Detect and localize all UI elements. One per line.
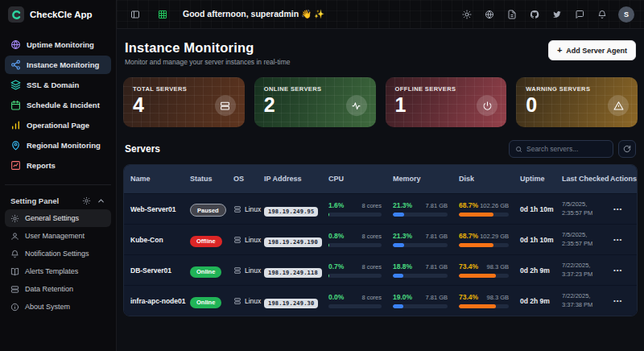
page-subtitle: Monitor and manage your server instances… — [125, 58, 291, 66]
sidebar-item-label: Instance Monitoring — [27, 60, 99, 69]
os-server-icon — [233, 297, 242, 305]
disk-bar — [459, 243, 509, 247]
stat-card-warning-servers: WARNING SERVERS 0 — [516, 77, 638, 127]
os-label: Linux — [245, 236, 261, 244]
refresh-icon — [623, 145, 631, 153]
stat-card-online-servers: ONLINE SERVERS 2 — [254, 77, 376, 127]
search-icon — [515, 146, 522, 153]
chevron-up-icon[interactable] — [97, 196, 105, 205]
sidebar-item-uptime-monitoring[interactable]: Uptime Monitoring — [5, 35, 111, 54]
servers-table: Name Status OS IP Address CPU Memory Dis… — [123, 164, 638, 316]
servers-section-title: Servers — [125, 143, 160, 155]
memory-metric: 21.3%7.81 GB — [393, 201, 459, 217]
user-avatar[interactable]: S — [618, 6, 634, 23]
sidebar-item-label: Schedule & Incident — [27, 101, 100, 109]
sidebar-item-schedule-incident[interactable]: Schedule & Incident — [5, 96, 111, 114]
sidebar-item-reports[interactable]: Reports — [5, 156, 111, 175]
sidebar-item-ssl-domain[interactable]: SSL & Domain — [5, 76, 111, 94]
col-memory: Memory — [393, 175, 459, 184]
theme-toggle-sun-icon[interactable] — [458, 6, 476, 23]
row-actions-menu[interactable]: ••• — [610, 266, 632, 274]
sidebar-item-notification-settings[interactable]: Notification Settings — [5, 245, 111, 262]
cpu-bar — [328, 213, 382, 217]
memory-bar — [393, 213, 448, 217]
info-icon — [10, 303, 19, 312]
server-name: Web-Server01 — [130, 205, 190, 213]
gear-icon — [10, 214, 19, 223]
search-servers-input[interactable] — [526, 145, 607, 153]
memory-metric: 19.0%7.81 GB — [393, 293, 459, 308]
memory-bar — [393, 274, 448, 278]
app-title: CheckCle App — [30, 10, 93, 19]
disk-metric: 73.4%98.3 GB — [459, 293, 520, 308]
sidebar-toggle-icon[interactable] — [126, 6, 144, 23]
sidebar: CheckCle App Uptime Monitoring Instance … — [0, 0, 117, 351]
plus-icon: + — [557, 46, 562, 55]
map-pin-icon — [10, 140, 21, 151]
ip-address: 198.19.249.95 — [264, 207, 318, 217]
search-servers-box — [509, 140, 613, 158]
col-ip: IP Address — [264, 175, 328, 184]
table-row: Kube-Con Offline Linux 198.19.249.190 0.… — [124, 224, 637, 254]
memory-metric: 18.8%7.81 GB — [393, 262, 459, 278]
sidebar-item-data-retention[interactable]: Data Retention — [5, 280, 111, 298]
refresh-button[interactable] — [618, 140, 636, 158]
server-icon — [215, 95, 236, 116]
language-globe-icon[interactable] — [481, 6, 498, 23]
row-actions-menu[interactable]: ••• — [610, 236, 632, 243]
docs-file-icon[interactable] — [503, 6, 521, 23]
os-label: Linux — [245, 266, 261, 275]
last-checked: 7/22/2025,3:37:38 PM — [562, 292, 610, 308]
page-title: Instance Monitoring — [125, 40, 291, 56]
cpu-bar — [328, 243, 382, 247]
sidebar-item-about-system[interactable]: About System — [5, 298, 111, 316]
sidebar-item-label: Alerts Templates — [25, 267, 78, 275]
grid-apps-icon[interactable] — [154, 6, 171, 23]
stat-card-offline-servers: OFFLINE SERVERS 1 — [386, 77, 507, 127]
layers-icon — [10, 80, 21, 90]
topbar-actions: S — [458, 6, 634, 23]
status-badge: Online — [190, 297, 221, 308]
col-disk: Disk — [459, 175, 520, 184]
sidebar-item-general-settings[interactable]: General Settings — [5, 209, 111, 227]
twitter-icon[interactable] — [548, 6, 566, 23]
row-actions-menu[interactable]: ••• — [610, 205, 632, 213]
status-badge: Online — [190, 266, 221, 278]
server-name: Kube-Con — [130, 236, 190, 244]
sidebar-item-label: About System — [25, 303, 70, 311]
stat-card-total-servers: TOTAL SERVERS 4 — [123, 77, 245, 127]
sidebar-item-operational-page[interactable]: Operational Page — [5, 116, 111, 134]
greeting-text: Good afternoon, superadmin 👋 ✨ — [183, 9, 324, 19]
main-content: Instance Monitoring Monitor and manage y… — [117, 29, 644, 351]
sidebar-item-alerts-templates[interactable]: Alerts Templates — [5, 262, 111, 280]
os-server-icon — [233, 266, 242, 275]
sidebar-nav: Uptime Monitoring Instance Monitoring SS… — [0, 29, 116, 176]
table-row: DB-Server01 Online Linux 198.19.249.118 … — [124, 254, 637, 285]
last-checked: 7/5/2025,2:35:57 PM — [562, 231, 610, 247]
stat-label: TOTAL SERVERS — [133, 85, 235, 93]
notifications-bell-icon[interactable] — [593, 6, 611, 23]
warning-triangle-icon — [608, 95, 629, 116]
app-logo[interactable]: CheckCle App — [0, 0, 116, 29]
os-label: Linux — [245, 205, 261, 213]
gear-icon — [82, 196, 91, 205]
chat-icon[interactable] — [571, 6, 588, 23]
add-server-agent-button[interactable]: + Add Server Agent — [548, 40, 636, 60]
book-icon — [10, 267, 19, 276]
user-icon — [10, 232, 19, 241]
sidebar-item-label: Regional Monitoring — [27, 141, 101, 150]
checkcle-logo-icon — [8, 6, 24, 23]
sidebar-item-regional-monitoring[interactable]: Regional Monitoring — [5, 136, 111, 155]
sidebar-item-label: Reports — [27, 161, 56, 170]
settings-panel-header[interactable]: Setting Panel — [5, 192, 111, 209]
sidebar-item-instance-monitoring[interactable]: Instance Monitoring — [5, 56, 111, 74]
sidebar-item-label: Data Retention — [25, 285, 73, 293]
col-last-checked: Last Checked — [562, 175, 610, 184]
sidebar-item-user-management[interactable]: User Management — [5, 227, 111, 245]
row-actions-menu[interactable]: ••• — [610, 297, 632, 304]
github-icon[interactable] — [526, 6, 543, 23]
bell-icon — [10, 250, 19, 258]
table-header-row: Name Status OS IP Address CPU Memory Dis… — [124, 165, 637, 193]
calendar-icon — [10, 100, 21, 110]
col-uptime: Uptime — [520, 175, 562, 184]
